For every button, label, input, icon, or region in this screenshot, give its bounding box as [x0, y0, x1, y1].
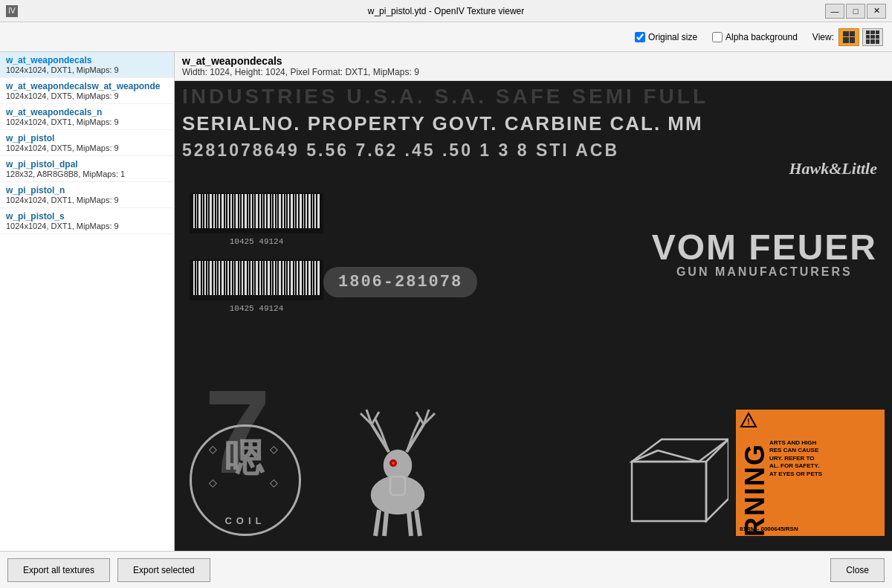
svg-rect-30 — [277, 194, 277, 228]
warning-triangle-icon: ! — [740, 412, 757, 430]
svg-rect-55 — [219, 261, 220, 295]
export-all-button[interactable]: Export all textures — [7, 558, 110, 582]
view-grid-button[interactable] — [862, 28, 883, 46]
svg-rect-2 — [196, 194, 197, 228]
view-buttons — [838, 28, 883, 46]
close-button[interactable]: Close — [830, 558, 885, 582]
view-single-button[interactable] — [838, 28, 859, 46]
svg-rect-35 — [291, 194, 293, 228]
svg-rect-60 — [233, 261, 234, 295]
window-controls[interactable]: — □ ✕ — [825, 4, 886, 19]
svg-rect-80 — [291, 261, 293, 295]
sidebar-item-6[interactable]: w_pi_pistol_s 1024x1024, DXT1, MipMaps: … — [0, 208, 174, 234]
svg-text:◇: ◇ — [270, 443, 278, 455]
sidebar-item-0[interactable]: w_at_weapondecals 1024x1024, DXT1, MipMa… — [0, 52, 174, 78]
toolbar: Original size Alpha background View: — [0, 22, 892, 52]
warning-body: RNING ARTS AND HIGH RES CAN CAUSE URY. R… — [736, 432, 885, 536]
sidebar-item-5[interactable]: w_pi_pistol_n 1024x1024, DXT1, MipMaps: … — [0, 182, 174, 208]
maximize-button[interactable]: □ — [846, 4, 865, 19]
svg-rect-61 — [236, 261, 238, 295]
svg-rect-21 — [251, 194, 252, 228]
grid-view-icon — [866, 30, 879, 44]
sidebar-item-name-2: w_at_weapondecals_n — [6, 107, 168, 117]
view-option: View: — [812, 28, 883, 46]
svg-rect-78 — [285, 261, 286, 295]
svg-rect-7 — [210, 194, 212, 228]
bottom-left-buttons: Export all textures Export selected — [7, 558, 210, 582]
svg-rect-83 — [300, 261, 302, 295]
svg-rect-87 — [312, 261, 313, 295]
svg-rect-73 — [271, 261, 272, 295]
svg-rect-75 — [277, 261, 277, 295]
minimize-button[interactable]: — — [825, 4, 844, 19]
svg-rect-57 — [225, 261, 226, 295]
deer-area — [323, 395, 472, 543]
svg-rect-50 — [204, 261, 206, 295]
svg-rect-34 — [288, 194, 289, 228]
svg-rect-27 — [268, 194, 270, 228]
svg-rect-72 — [268, 261, 270, 295]
barcode-2-svg — [190, 259, 323, 304]
box-svg — [610, 417, 728, 536]
texture-background: INDUSTRIES U.S.A. S.A. SAFE SEMI FULL SE… — [175, 81, 892, 551]
original-size-checkbox[interactable] — [635, 32, 645, 42]
sidebar-item-name-4: w_pi_pistol_dpal — [6, 159, 168, 169]
svg-rect-39 — [303, 194, 304, 228]
texture-line-1: INDUSTRIES U.S.A. S.A. SAFE SEMI FULL — [182, 85, 892, 109]
svg-rect-51 — [207, 261, 208, 295]
barcode-1-svg — [190, 193, 323, 237]
svg-rect-40 — [306, 194, 307, 228]
svg-line-101 — [416, 510, 420, 536]
svg-rect-43 — [314, 194, 316, 228]
svg-rect-41 — [308, 194, 311, 228]
main-content: w_at_weapondecals 1024x1024, DXT1, MipMa… — [0, 52, 892, 551]
svg-rect-86 — [308, 261, 311, 295]
svg-rect-54 — [216, 261, 217, 295]
svg-marker-118 — [706, 439, 728, 521]
texture-line-3: 5281078649 5.56 7.62 .45 .50 1 3 8 STI A… — [182, 140, 892, 161]
texture-viewer: w_at_weapondecals Width: 1024, Height: 1… — [175, 52, 892, 551]
svg-text:嗯: 嗯 — [224, 437, 265, 479]
sidebar-item-info-0: 1024x1024, DXT1, MipMaps: 9 — [6, 65, 168, 74]
svg-rect-97 — [390, 476, 405, 495]
sidebar-item-2[interactable]: w_at_weapondecals_n 1024x1024, DXT1, Mip… — [0, 104, 174, 130]
barcode-1-number: 10425 49124 — [230, 237, 284, 246]
sidebar-item-name-0: w_at_weapondecals — [6, 55, 168, 65]
alpha-bg-checkbox[interactable] — [712, 32, 723, 42]
svg-line-100 — [409, 512, 411, 536]
sidebar-item-3[interactable]: w_pi_pistol 1024x1024, DXT5, MipMaps: 9 — [0, 130, 174, 156]
svg-rect-59 — [230, 261, 232, 295]
hawk-little-text: Hawk&Little — [789, 159, 877, 178]
export-selected-button[interactable]: Export selected — [117, 558, 210, 582]
svg-rect-3 — [198, 194, 201, 228]
coil-text: COIL — [224, 515, 265, 526]
svg-rect-81 — [294, 261, 295, 295]
svg-rect-76 — [279, 261, 281, 295]
svg-rect-66 — [251, 261, 252, 295]
svg-rect-1 — [193, 194, 195, 228]
svg-rect-10 — [219, 194, 220, 228]
svg-rect-38 — [300, 194, 302, 228]
barcode-2: 10425 49124 — [182, 259, 331, 319]
alpha-bg-option[interactable]: Alpha background — [712, 32, 798, 42]
texture-info: Width: 1024, Height: 1024, Pixel Format:… — [182, 67, 885, 77]
warning-header: ! — [736, 410, 885, 432]
svg-rect-20 — [248, 194, 249, 228]
close-window-button[interactable]: ✕ — [867, 4, 886, 19]
title-bar: IV w_pi_pistol.ytd - OpenIV Texture view… — [0, 0, 892, 22]
warning-vertical-text: RNING — [740, 443, 771, 536]
title-bar-left: IV — [6, 5, 18, 17]
sidebar: w_at_weapondecals 1024x1024, DXT1, MipMa… — [0, 52, 175, 551]
svg-text:◇: ◇ — [209, 443, 217, 455]
sidebar-item-name-1: w_at_weapondecalsw_at_weaponde — [6, 81, 168, 91]
sidebar-item-4[interactable]: w_pi_pistol_dpal 128x32, A8R8G8B8, MipMa… — [0, 156, 174, 182]
svg-rect-116 — [632, 462, 706, 521]
svg-rect-16 — [236, 194, 238, 228]
svg-rect-6 — [207, 194, 208, 228]
svg-rect-32 — [282, 194, 284, 228]
svg-rect-26 — [265, 194, 266, 228]
original-size-option[interactable]: Original size — [635, 32, 697, 42]
svg-rect-9 — [216, 194, 217, 228]
svg-rect-24 — [259, 194, 261, 228]
sidebar-item-1[interactable]: w_at_weapondecalsw_at_weaponde 1024x1024… — [0, 78, 174, 104]
